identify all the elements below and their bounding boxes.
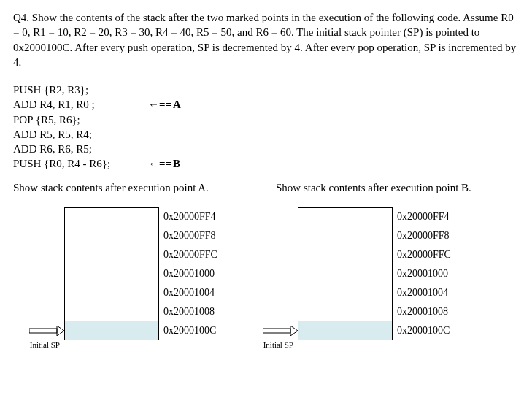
code-line: PUSH {R2, R3}; — [13, 83, 519, 97]
svg-marker-1 — [57, 326, 64, 336]
stacks-row: Initial SP 0x20000FF4 0x20000FF8 0x20000… — [13, 207, 519, 340]
code-line: ADD R5, R5, R4; — [13, 127, 519, 142]
stack-address: 0x20001008 — [397, 302, 451, 321]
code-instr: PUSH {R2, R3}; — [13, 83, 148, 97]
code-instr: ADD R6, R6, R5; — [13, 142, 148, 156]
stack-address: 0x20000FF4 — [397, 207, 451, 226]
stack-address: 0x20001008 — [163, 302, 217, 321]
stack-cell — [298, 226, 393, 245]
arrow-left-icon: ←== — [148, 156, 171, 171]
stack-address: 0x20000FF4 — [163, 207, 217, 226]
code-line: PUSH {R0, R4 - R6}; ←== B — [13, 156, 519, 171]
stack-address: 0x20000FF8 — [397, 226, 451, 245]
stack-boxes-a — [64, 207, 159, 340]
stack-cell — [298, 264, 393, 283]
marker-label: A — [173, 97, 181, 112]
sp-arrow-icon — [29, 326, 64, 336]
code-line: ADD R6, R6, R5; — [13, 142, 519, 156]
prompts-row: Show stack contents after execution poin… — [13, 182, 519, 194]
stack-addresses-a: 0x20000FF4 0x20000FF8 0x20000FFC 0x20001… — [163, 207, 217, 340]
stack-cell — [64, 245, 159, 264]
prompt-a: Show stack contents after execution poin… — [13, 182, 276, 194]
stack-boxes-b — [298, 207, 393, 340]
question-text: Q4. Show the contents of the stack after… — [13, 10, 519, 69]
sp-arrow-icon — [263, 326, 298, 336]
stack-cell — [64, 207, 159, 226]
stack-diagram-a: Initial SP 0x20000FF4 0x20000FF8 0x20000… — [64, 207, 217, 340]
code-marker-a: ←== A — [148, 97, 181, 112]
stack-cell-initial-sp — [64, 321, 159, 340]
stack-cell — [64, 226, 159, 245]
code-instr: ADD R5, R5, R4; — [13, 127, 148, 142]
stack-cell — [298, 245, 393, 264]
sp-label: Initial SP — [248, 340, 293, 349]
marker-label: B — [173, 156, 180, 171]
stack-address: 0x20000FFC — [163, 245, 217, 264]
stack-cell — [64, 302, 159, 321]
arrow-left-icon: ←== — [148, 97, 171, 112]
stack-address: 0x20001000 — [163, 264, 217, 283]
stack-address: 0x20001000 — [397, 264, 451, 283]
code-instr: ADD R4, R1, R0 ; — [13, 97, 148, 112]
stack-address: 0x20000FF8 — [163, 226, 217, 245]
stack-cell — [298, 283, 393, 302]
stack-diagram-b: Initial SP 0x20000FF4 0x20000FF8 0x20000… — [298, 207, 451, 340]
code-instr: POP {R5, R6}; — [13, 112, 148, 127]
svg-rect-0 — [29, 329, 57, 333]
stack-address: 0x20001004 — [163, 283, 217, 302]
code-instr: PUSH {R0, R4 - R6}; — [13, 156, 148, 171]
code-marker-b: ←== B — [148, 156, 180, 171]
stack-cell — [298, 207, 393, 226]
stack-address: 0x20000FFC — [397, 245, 451, 264]
stack-address: 0x2000100C — [163, 321, 217, 340]
stack-address: 0x20001004 — [397, 283, 451, 302]
stack-cell-initial-sp — [298, 321, 393, 340]
code-block: PUSH {R2, R3}; ADD R4, R1, R0 ; ←== A PO… — [13, 83, 519, 172]
stack-cell — [64, 264, 159, 283]
stack-address: 0x2000100C — [397, 321, 451, 340]
code-line: ADD R4, R1, R0 ; ←== A — [13, 97, 519, 112]
sp-label: Initial SP — [15, 340, 60, 349]
stack-addresses-b: 0x20000FF4 0x20000FF8 0x20000FFC 0x20001… — [397, 207, 451, 340]
code-line: POP {R5, R6}; — [13, 112, 519, 127]
svg-rect-2 — [263, 329, 290, 333]
svg-marker-3 — [290, 326, 298, 336]
stack-cell — [298, 302, 393, 321]
stack-cell — [64, 283, 159, 302]
prompt-b: Show stack contents after execution poin… — [276, 182, 519, 194]
